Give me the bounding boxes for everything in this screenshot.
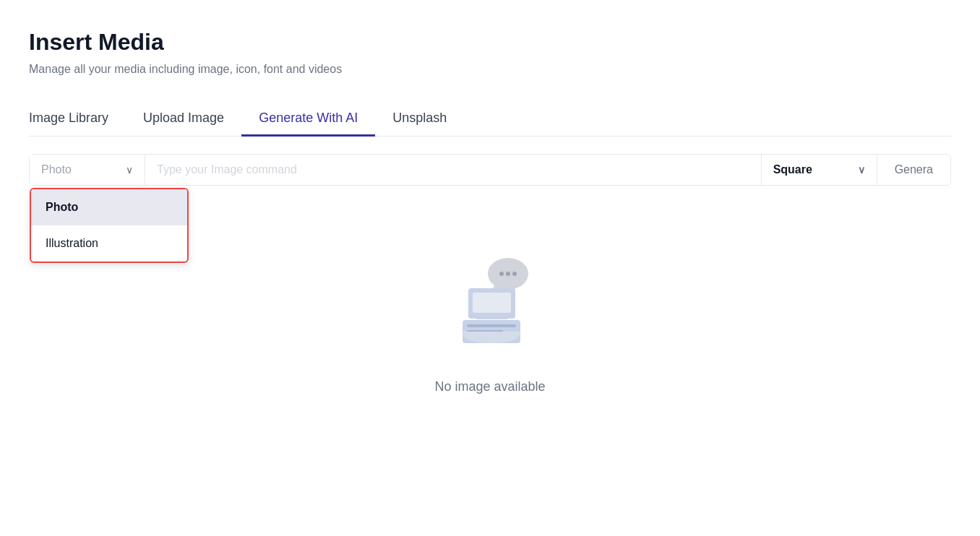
svg-point-3: [512, 272, 517, 276]
tabs-container: Image Library Upload Image Generate With…: [29, 102, 951, 137]
empty-state-icon: [432, 243, 548, 359]
type-dropdown-label: Photo: [41, 163, 120, 176]
toolbar: Photo ∨ Photo Illustration Square ∨ Gene…: [29, 154, 951, 186]
tab-image-library[interactable]: Image Library: [29, 102, 126, 137]
size-dropdown[interactable]: Square ∨: [761, 155, 877, 185]
generate-button[interactable]: Genera: [877, 155, 950, 185]
svg-point-1: [499, 272, 504, 276]
chevron-down-icon: ∨: [126, 164, 133, 176]
dropdown-item-photo[interactable]: Photo: [31, 189, 187, 225]
tab-unsplash[interactable]: Unsplash: [375, 102, 464, 137]
type-dropdown-menu: Photo Illustration: [30, 188, 189, 263]
dropdown-item-illustration[interactable]: Illustration: [31, 225, 187, 261]
empty-state-message: No image available: [434, 379, 545, 394]
tab-generate-with-ai[interactable]: Generate With AI: [241, 102, 375, 137]
svg-rect-6: [476, 316, 508, 319]
page-title: Insert Media: [29, 29, 951, 56]
tab-upload-image[interactable]: Upload Image: [126, 102, 241, 137]
svg-point-2: [506, 272, 510, 276]
command-input[interactable]: [145, 155, 761, 185]
size-dropdown-label: Square: [773, 163, 852, 176]
svg-rect-5: [473, 293, 511, 313]
page-container: Insert Media Manage all your media inclu…: [0, 0, 980, 481]
svg-rect-8: [467, 324, 516, 327]
page-subtitle: Manage all your media including image, i…: [29, 63, 951, 76]
type-dropdown[interactable]: Photo ∨ Photo Illustration: [30, 155, 145, 185]
size-chevron-down-icon: ∨: [858, 164, 865, 176]
